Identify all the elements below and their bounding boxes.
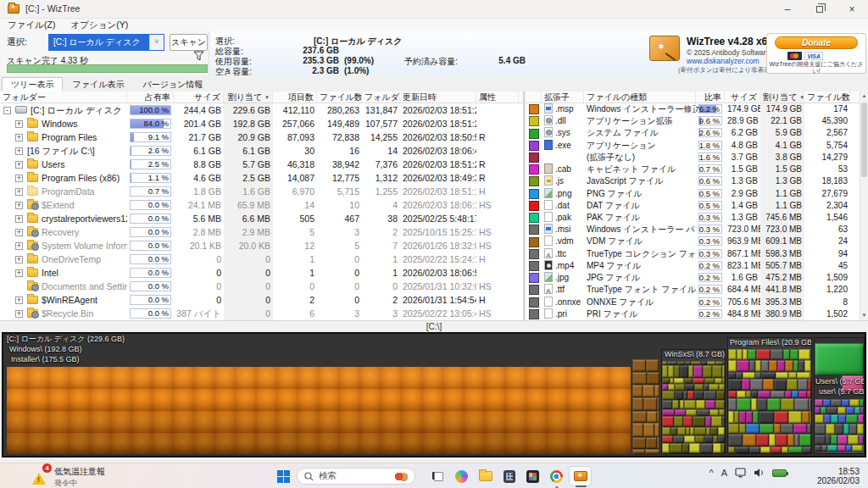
scrollbar[interactable]: ▲ ▼	[860, 92, 868, 320]
expander[interactable]: +	[15, 175, 23, 182]
tree-row[interactable]: +Windows84.0 %201.4 GB192.8 GB257,066149…	[0, 117, 523, 130]
extension-row[interactable]: .onnxeONNXE ファイル0.2 %705.6 MB395.3 MB8	[526, 297, 860, 308]
copilot-button[interactable]	[450, 466, 473, 486]
tab-file-view[interactable]: ファイル表示	[63, 77, 133, 92]
col-rfiles[interactable]: ファイル数	[804, 92, 850, 103]
expander[interactable]: +	[15, 161, 23, 169]
extension-row[interactable]: .sysシステム ファイル2.6 %6.2 GB5.9 GB2,567	[526, 127, 860, 139]
extension-row[interactable]: (拡張子なし)1.6 %3.7 GB3.8 GB14,279	[526, 152, 860, 164]
treemap-program-files-region[interactable]: Program Files\ (20.9 GB)	[727, 337, 812, 454]
tree-row[interactable]: +OneDriveTemp0.0 %001012025/02/22 15:24:…	[0, 252, 523, 266]
task-view-button[interactable]	[426, 466, 449, 486]
tree-row[interactable]: +$Recycle.Bin0.0 %387 バイト06332025/02/22 …	[0, 307, 523, 320]
col-rsize[interactable]: サイズ	[725, 92, 760, 103]
expander[interactable]: +	[15, 134, 23, 141]
tray-chevron-icon[interactable]: ^	[709, 468, 713, 478]
tree-row[interactable]: Documents and Settings0.0 %000002025/01/…	[0, 280, 523, 293]
clock[interactable]: 18:53 2026/02/03	[817, 467, 860, 485]
photos-button[interactable]	[521, 466, 544, 486]
tree-row[interactable]: +Users2.5 %8.8 GB5.7 GB46,31838,9427,376…	[0, 158, 523, 171]
col-ratio[interactable]: 比率	[696, 92, 725, 103]
tree-row[interactable]: +System Volume Information0.0 %20.1 KB20…	[0, 239, 523, 252]
restore-button[interactable]	[804, 0, 836, 19]
tree-row[interactable]: +$Extend0.0 %24.1 MB65.9 MB141042026/02/…	[0, 198, 523, 212]
start-button[interactable]	[277, 470, 290, 483]
tree-row[interactable]: +ProgramData0.7 %1.8 GB1.6 GB6,9705,7151…	[0, 185, 523, 198]
drive-combobox[interactable]: [C:] ローカル ディスク ˅	[48, 34, 164, 51]
close-button[interactable]: ×	[836, 0, 868, 19]
battery-icon[interactable]	[772, 469, 787, 477]
tree-row[interactable]: +crystalreportviewers120.0 %5.6 MB6.6 MB…	[0, 212, 523, 225]
tab-tree-view[interactable]: ツリー表示	[2, 77, 63, 92]
menu-file[interactable]: ファイル(Z)	[0, 19, 63, 31]
menu-options[interactable]: オプション(Y)	[63, 19, 136, 31]
col-extension[interactable]: 拡張子	[542, 92, 584, 103]
extension-row[interactable]: .priPRI ファイル0.2 %484.8 MB380.9 MB1,502	[526, 308, 860, 320]
treemap-green-block[interactable]	[815, 343, 864, 375]
treemap-winsxs-region[interactable]: WinSxS\ (8.7 GB)	[661, 349, 726, 454]
col-attributes[interactable]: 属性	[476, 92, 519, 103]
file-explorer-button[interactable]	[474, 466, 497, 486]
tree-row[interactable]: +Recovery0.0 %2.8 MB2.9 MB5322025/10/15 …	[0, 225, 523, 239]
expander[interactable]: +	[15, 256, 23, 263]
tree-row[interactable]: -[C:] ローカル ディスク100.0 %244.4 GB229.6 GB41…	[0, 103, 523, 117]
treemap[interactable]: [C:] ローカル ディスク (229.6 GB) Windows\ (192.…	[2, 332, 866, 458]
expander[interactable]: +	[15, 202, 23, 209]
extension-row[interactable]: .pngPNG ファイル0.5 %2.9 GB1.1 GB27,679	[526, 188, 860, 200]
col-folders[interactable]: フォルダー	[362, 92, 400, 103]
expander[interactable]: +	[15, 242, 23, 250]
extension-row[interactable]: .jsJavaScript ファイル0.6 %1.3 GB1.3 GB18,18…	[526, 175, 860, 187]
extension-row[interactable]: .msiWindows インストーラー パッケージ0.3 %723.0 MB72…	[526, 224, 860, 236]
expander[interactable]: -	[3, 107, 11, 114]
expander[interactable]: +	[15, 147, 23, 155]
calculator-button[interactable]	[498, 466, 520, 486]
extension-row[interactable]: .mspWindows インストーラー修正プログラム76.2 %174.9 GB…	[526, 103, 860, 115]
extension-row[interactable]: .vdmVDM ファイル0.3 %963.9 MB609.1 MB24	[526, 236, 860, 247]
col-items[interactable]: 項目数	[273, 92, 317, 103]
extension-row[interactable]: .cabキャビネット ファイル0.7 %1.5 GB1.5 GB53	[526, 164, 860, 175]
col-filetype[interactable]: ファイルの種類	[584, 92, 696, 103]
chrome-button[interactable]	[545, 466, 568, 486]
minimize-button[interactable]: –	[771, 0, 804, 19]
extension-row[interactable]: .ttfTrueType フォント ファイル0.2 %684.4 MB441.8…	[526, 284, 860, 296]
extension-row[interactable]: .dllアプリケーション拡張9.6 %28.9 GB22.1 GB45,390	[526, 115, 860, 127]
expander[interactable]: +	[15, 120, 23, 128]
treemap-installer-region[interactable]	[7, 367, 631, 454]
website-link[interactable]: www.diskanalyzer.com	[687, 57, 760, 65]
expander[interactable]: +	[15, 310, 23, 318]
tree-row[interactable]: +Program Files (x86)1.1 %4.6 GB2.5 GB14,…	[0, 171, 523, 185]
col-rallocated[interactable]: 割り当て ▼	[760, 92, 804, 103]
extension-row[interactable]: .pakPAK ファイル0.3 %1.3 GB745.6 MB1,546	[526, 212, 860, 224]
scroll-up-icon[interactable]: ▲	[860, 92, 868, 101]
weather-widget[interactable]: 4 低気温注意報 発令中	[32, 466, 105, 488]
col-allocated[interactable]: 割り当て ▼	[224, 92, 273, 103]
scrollbar-thumb[interactable]	[861, 103, 867, 177]
display-icon[interactable]	[735, 468, 746, 478]
expander[interactable]: +	[15, 297, 23, 304]
tree-row[interactable]: +[16 ファイル C:\]2.6 %6.1 GB6.1 GB301614202…	[0, 144, 523, 158]
col-size[interactable]: サイズ	[174, 92, 224, 103]
col-percent[interactable]: 占有率	[127, 92, 174, 103]
expander[interactable]: +	[15, 188, 23, 196]
tree-row[interactable]: +Intel0.0 %001012026/02/03 18:06:52	[0, 266, 523, 280]
filter-funnel-icon[interactable]	[193, 51, 204, 63]
col-files[interactable]: ファイル数	[317, 92, 362, 103]
treemap-windows-sub-region[interactable]	[632, 359, 659, 454]
search-box[interactable]: 検索	[297, 468, 415, 485]
tree-row[interactable]: +$WinREAgent0.0 %002022026/01/31 1:54:54…	[0, 293, 523, 307]
speaker-icon[interactable]	[754, 468, 765, 478]
extension-row[interactable]: .ttcTrueType コレクション フォント ファイル0.3 %867.1 …	[526, 248, 860, 260]
scan-button[interactable]: スキャン	[170, 34, 208, 51]
tab-version-info[interactable]: バージョン情報	[133, 77, 212, 92]
donate-button[interactable]: Donate	[775, 36, 858, 49]
extension-row[interactable]: .mp4MP4 ファイル0.2 %823.1 MB505.7 MB45	[526, 260, 860, 272]
col-modified[interactable]: 更新日時	[400, 92, 476, 103]
col-folder[interactable]: フォルダー	[0, 92, 127, 103]
extension-row[interactable]: .exeアプリケーション1.8 %4.8 GB4.1 GB5,754	[526, 140, 860, 152]
scroll-down-icon[interactable]: ▼	[860, 311, 868, 320]
expander[interactable]: +	[15, 269, 23, 277]
treemap-users-region[interactable]: Users\ (5.7 GB) user\ (5.7 GB)	[814, 337, 865, 454]
extension-row[interactable]: .datDAT ファイル0.5 %1.4 GB1.1 GB2,304	[526, 200, 860, 212]
chevron-down-icon[interactable]: ˅	[149, 35, 164, 50]
tree-row[interactable]: +Program Files9.1 %21.7 GB20.9 GB87,0937…	[0, 130, 523, 144]
